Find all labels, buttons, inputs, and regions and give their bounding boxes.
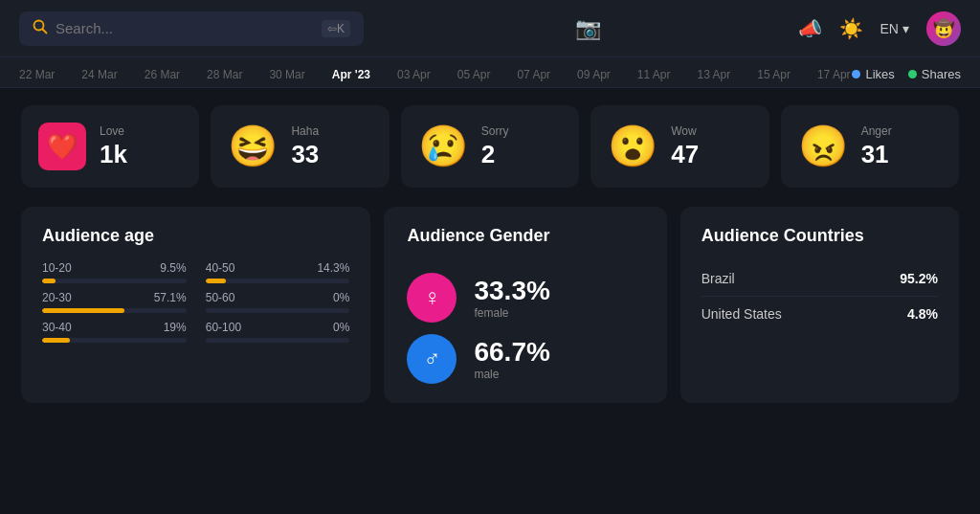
reaction-label: Wow <box>671 124 699 138</box>
reaction-label: Anger <box>861 124 892 138</box>
brightness-icon[interactable]: ☀️ <box>839 17 863 40</box>
lang-label: EN <box>880 21 899 36</box>
age-row: 60-100 0% <box>206 321 350 343</box>
reaction-emoji: 😠 <box>798 126 848 167</box>
gender-label: male <box>474 368 549 381</box>
timeline-date[interactable]: 05 Apr <box>457 68 491 81</box>
search-icon <box>33 19 48 38</box>
countries-card-title: Audience Countries <box>702 226 938 246</box>
timeline-dates: 22 Mar24 Mar26 Mar28 Mar30 MarApr '2303 … <box>19 68 852 81</box>
reaction-count: 31 <box>861 140 892 169</box>
gender-item-male: ♂ 66.7% male <box>407 334 643 384</box>
age-grid: 10-20 9.5% 40-50 14.3% 20-30 57.1% 50-60… <box>42 261 349 343</box>
reaction-info: Wow 47 <box>671 124 699 169</box>
gender-pct: 33.3% <box>474 276 549 306</box>
chevron-down-icon: ▾ <box>902 21 909 36</box>
gender-item-female: ♀ 33.3% female <box>407 273 643 323</box>
reaction-count: 1k <box>100 140 127 169</box>
reaction-card-love: ❤️ Love 1k <box>21 105 199 188</box>
age-row: 50-60 0% <box>206 291 350 313</box>
age-range: 60-100 <box>206 321 241 334</box>
reaction-label: Sorry <box>481 124 509 138</box>
age-bar-bg <box>206 338 350 343</box>
reaction-info: Haha 33 <box>291 124 319 169</box>
reaction-row: ❤️ Love 1k 😆 Haha 33 😢 Sorry 2 😮 Wow 47 … <box>21 105 959 188</box>
age-range: 30-40 <box>42 321 72 334</box>
avatar[interactable]: 🤠 <box>926 11 961 46</box>
timeline-date[interactable]: 09 Apr <box>577 68 611 81</box>
age-bar-bg <box>42 279 187 283</box>
age-pct: 0% <box>333 291 349 304</box>
main-content: ❤️ Love 1k 😆 Haha 33 😢 Sorry 2 😮 Wow 47 … <box>0 88 980 420</box>
country-name: Brazil <box>702 271 735 286</box>
timeline-date[interactable]: 17 Apr <box>817 68 851 81</box>
reaction-card-anger: 😠 Anger 31 <box>781 105 959 188</box>
age-bar-bg <box>42 308 187 313</box>
reaction-label: Haha <box>291 124 319 138</box>
reaction-count: 47 <box>671 140 699 169</box>
megaphone-icon[interactable]: 📣 <box>798 17 822 40</box>
country-name: United States <box>702 306 782 322</box>
language-selector[interactable]: EN ▾ <box>880 21 909 36</box>
age-bar-fill <box>206 279 227 283</box>
legend-item: Shares <box>908 67 961 81</box>
country-pct: 4.8% <box>907 306 938 322</box>
age-pct: 57.1% <box>154 291 187 304</box>
timeline-date[interactable]: 11 Apr <box>637 68 671 81</box>
search-input[interactable] <box>56 20 314 36</box>
kbd-shortcut: ⇦K <box>322 20 350 37</box>
age-row: 10-20 9.5% <box>42 261 187 283</box>
reaction-label: Love <box>100 124 127 138</box>
gender-card-title: Audience Gender <box>407 226 643 246</box>
age-bar-fill <box>42 338 70 343</box>
age-range: 50-60 <box>206 291 235 304</box>
age-row: 30-40 19% <box>42 321 187 343</box>
timeline-date[interactable]: 13 Apr <box>698 68 731 81</box>
timeline-date[interactable]: 15 Apr <box>757 68 791 81</box>
topbar: ⇦K 📷 📣 ☀️ EN ▾ 🤠 <box>0 0 980 57</box>
timeline-date[interactable]: 07 Apr <box>517 68 550 81</box>
gender-icon-female: ♀ <box>407 273 457 323</box>
svg-line-1 <box>43 29 47 33</box>
age-range: 40-50 <box>206 261 235 275</box>
timeline-date[interactable]: 26 Mar <box>145 68 180 81</box>
camera-icon[interactable]: 📷 <box>575 16 601 41</box>
country-pct: 95.2% <box>900 271 938 286</box>
timeline-date[interactable]: 24 Mar <box>81 68 117 81</box>
reaction-emoji: 😮 <box>608 126 657 167</box>
age-bar-bg <box>206 308 350 313</box>
reaction-card-sorry: 😢 Sorry 2 <box>401 105 579 188</box>
age-bar-bg <box>206 279 350 283</box>
timeline-date[interactable]: 03 Apr <box>397 68 431 81</box>
legend-item: Likes <box>852 67 894 81</box>
age-bar-fill <box>42 308 124 313</box>
reaction-count: 2 <box>481 140 509 169</box>
age-pct: 0% <box>333 321 349 334</box>
legend: Likes Shares <box>852 67 961 81</box>
timeline-date[interactable]: 22 Mar <box>19 68 55 81</box>
analytics-row: Audience age 10-20 9.5% 40-50 14.3% 20-3… <box>21 207 959 403</box>
legend-label: Shares <box>922 67 961 81</box>
timeline-date[interactable]: Apr '23 <box>332 68 370 81</box>
timeline-bar: 22 Mar24 Mar26 Mar28 Mar30 MarApr '2303 … <box>0 57 980 88</box>
age-card-title: Audience age <box>42 226 349 246</box>
gender-icon-male: ♂ <box>407 334 457 384</box>
audience-age-card: Audience age 10-20 9.5% 40-50 14.3% 20-3… <box>21 207 370 403</box>
reaction-info: Love 1k <box>100 124 127 169</box>
age-pct: 19% <box>164 321 187 334</box>
timeline-date[interactable]: 28 Mar <box>207 68 242 81</box>
age-pct: 9.5% <box>160 261 186 275</box>
reaction-info: Sorry 2 <box>481 124 509 169</box>
age-row: 20-30 57.1% <box>42 291 187 313</box>
gender-label: female <box>474 306 549 320</box>
gender-pct: 66.7% <box>474 337 549 368</box>
age-row: 40-50 14.3% <box>206 261 350 283</box>
search-bar[interactable]: ⇦K <box>19 11 364 46</box>
reaction-info: Anger 31 <box>861 124 892 169</box>
love-icon: ❤️ <box>38 123 86 170</box>
reaction-card-haha: 😆 Haha 33 <box>211 105 389 188</box>
legend-dot <box>852 70 860 78</box>
timeline-date[interactable]: 30 Mar <box>269 68 304 81</box>
reaction-emoji: 😆 <box>228 126 278 167</box>
age-pct: 14.3% <box>317 261 349 275</box>
